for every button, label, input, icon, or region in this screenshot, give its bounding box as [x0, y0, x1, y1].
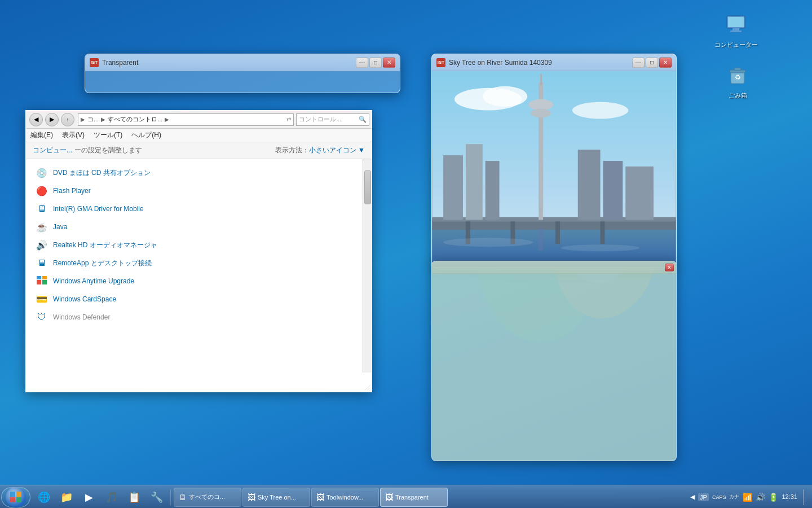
task-cp-label: すべてのコ...: [189, 493, 225, 501]
start-button[interactable]: [1, 487, 30, 507]
cp-menubar: 編集(E) 表示(V) ツール(T) ヘルプ(H): [26, 129, 372, 142]
cp-up-btn[interactable]: ↑: [61, 113, 74, 126]
tool-close-btn[interactable]: ✕: [665, 264, 674, 271]
time-display[interactable]: 12:31: [782, 493, 797, 501]
svg-rect-13: [42, 280, 47, 284]
cp-address-bar[interactable]: ▶ コ... ▶ すべてのコントロ... ▶ ⇄: [78, 113, 294, 126]
svg-rect-26: [601, 221, 605, 244]
svg-rect-43: [16, 492, 21, 497]
misc3-icon: 🔧: [151, 491, 163, 503]
svg-rect-33: [540, 74, 542, 85]
skytree-photo: [432, 71, 676, 268]
svg-point-39: [561, 244, 639, 251]
menu-help[interactable]: ヘルプ(H): [131, 130, 161, 140]
cp-item-cardspace[interactable]: 💳 Windows CardSpace: [30, 290, 367, 308]
cp-item-dvd[interactable]: 💿 DVD まほは CD 共有オプション: [30, 164, 367, 182]
cp-toolbar: ◀ ▶ ↑ ▶ コ... ▶ すべてのコントロ... ▶ ⇄ コントロール...…: [26, 111, 372, 129]
task-cp[interactable]: 🖥 すべてのコ...: [174, 488, 241, 507]
tray-network: 📶: [743, 493, 752, 502]
desktop-icon-computer[interactable]: コンピューター: [713, 11, 758, 49]
recycle-icon: ♻: [724, 62, 751, 89]
cp-scrollbar-thumb[interactable]: [364, 170, 371, 204]
dvd-icon: 💿: [35, 166, 48, 179]
tray-lang[interactable]: JP: [698, 493, 709, 501]
skytree-app-icon: IST: [436, 58, 445, 67]
flash-icon: 🔴: [35, 184, 48, 198]
cp-item-java[interactable]: ☕ Java: [30, 218, 367, 236]
task-tool-icon: 🖼: [316, 493, 324, 502]
cp-item-realtek[interactable]: 🔊 Realtek HD オーディオマネージャ: [30, 236, 367, 254]
realtek-icon: 🔊: [35, 238, 48, 252]
search-icon: 🔍: [359, 116, 367, 123]
cp-search[interactable]: コントロール... 🔍: [296, 113, 369, 126]
show-desktop-btn[interactable]: [803, 489, 806, 505]
remoteapp-icon: 🖥: [35, 256, 48, 270]
quicklaunch-misc3[interactable]: 🔧: [145, 488, 168, 507]
ie-icon: 🌐: [38, 491, 50, 503]
systray: ◀ JP CAPS カナ 📶 🔊 🔋 12:31: [686, 489, 811, 505]
task-transparent-label: Transparent: [395, 494, 429, 501]
cp-forward-btn[interactable]: ▶: [45, 113, 59, 126]
cp-item-anytime-label: Windows Anytime Upgrade: [53, 277, 134, 285]
taskbar: 🌐 📁 ▶ 🎵 📋 🔧 🖥 すべてのコ... 🖼 Sky Tree on...: [0, 485, 812, 508]
desktop-icon-recycle[interactable]: ♻ ごみ箱: [715, 62, 760, 100]
task-tool[interactable]: 🖼 Toolwindow...: [311, 488, 379, 507]
transparent-title: Transparent: [102, 59, 356, 67]
svg-point-19: [572, 102, 628, 119]
menu-edit[interactable]: 編集(E): [30, 130, 53, 140]
svg-rect-28: [466, 144, 483, 220]
menu-tools[interactable]: ツール(T): [94, 130, 122, 140]
svg-rect-40: [10, 497, 15, 502]
tray-arrow[interactable]: ◀: [690, 493, 695, 501]
cp-resize-grip[interactable]: [363, 383, 372, 392]
svg-rect-5: [728, 17, 744, 27]
tray-caps: CAPS: [712, 494, 726, 500]
skytree-close-btn[interactable]: ✕: [659, 58, 672, 68]
svg-point-38: [443, 238, 533, 247]
transparent-maximize-btn[interactable]: □: [369, 58, 382, 68]
skytree-titlebar[interactable]: IST Sky Tree on River Sumida 140309 — □ …: [432, 54, 676, 71]
quicklaunch-media[interactable]: ▶: [78, 488, 100, 507]
task-skytree-icon: 🖼: [248, 493, 255, 502]
transparent-window: IST Transparent — □ ✕: [85, 54, 400, 93]
transparent-app-icon: IST: [90, 58, 99, 67]
cp-back-btn[interactable]: ◀: [29, 113, 43, 126]
transparent-close-btn[interactable]: ✕: [383, 58, 395, 68]
svg-rect-27: [443, 155, 463, 220]
skytree-minimize-btn[interactable]: —: [632, 58, 645, 68]
quicklaunch-misc1[interactable]: 🎵: [100, 488, 123, 507]
misc1-icon: 🎵: [105, 491, 118, 503]
skytree-maximize-btn[interactable]: □: [646, 58, 658, 68]
tray-volume[interactable]: 🔊: [756, 493, 765, 502]
cp-address-part2: すべてのコントロ...: [108, 115, 162, 124]
skytree-window: IST Sky Tree on River Sumida 140309 — □ …: [431, 54, 677, 268]
defender-icon: 🛡: [35, 310, 48, 324]
quicklaunch-folder[interactable]: 📁: [55, 488, 78, 507]
transparent-titlebar[interactable]: IST Transparent — □ ✕: [85, 54, 400, 71]
cp-item-remoteapp[interactable]: 🖥 RemoteApp とデスクトップ接続: [30, 254, 367, 272]
cp-item-defender[interactable]: 🛡 Windows Defender: [30, 308, 367, 326]
cp-header: コンピュー... ーの設定を調整します 表示方法： 小さいアイコン ▼: [26, 142, 372, 159]
quicklaunch-ie[interactable]: 🌐: [33, 488, 55, 507]
cp-scrollbar[interactable]: [363, 159, 372, 373]
skytree-controls: — □ ✕: [632, 58, 672, 68]
cp-item-flash[interactable]: 🔴 Flash Player: [30, 182, 367, 200]
cp-item-remoteapp-label: RemoteApp とデスクトップ接続: [53, 259, 152, 268]
cp-item-anytime[interactable]: Windows Anytime Upgrade: [30, 272, 367, 290]
cp-item-flash-label: Flash Player: [53, 187, 91, 195]
task-transparent[interactable]: 🖼 Transparent: [380, 488, 448, 507]
svg-point-18: [483, 86, 528, 107]
control-panel-window: ◀ ▶ ↑ ▶ コ... ▶ すべてのコントロ... ▶ ⇄ コントロール...…: [25, 110, 372, 392]
cp-item-realtek-label: Realtek HD オーディオマネージャ: [53, 240, 157, 250]
toolwindow: ✕: [431, 261, 677, 461]
task-skytree[interactable]: 🖼 Sky Tree on...: [242, 488, 310, 507]
menu-view[interactable]: 表示(V): [62, 130, 85, 140]
task-cp-icon: 🖥: [179, 493, 187, 502]
cp-view-value[interactable]: 小さいアイコン ▼: [309, 146, 365, 155]
tool-titlebar[interactable]: ✕: [432, 261, 676, 274]
skytree-title: Sky Tree on River Sumida 140309: [449, 59, 632, 67]
cp-item-intel[interactable]: 🖥 Intel(R) GMA Driver for Mobile: [30, 200, 367, 218]
transparent-minimize-btn[interactable]: —: [356, 58, 368, 68]
quicklaunch-misc2[interactable]: 📋: [123, 488, 145, 507]
cp-view-label: 表示方法：: [275, 146, 309, 155]
